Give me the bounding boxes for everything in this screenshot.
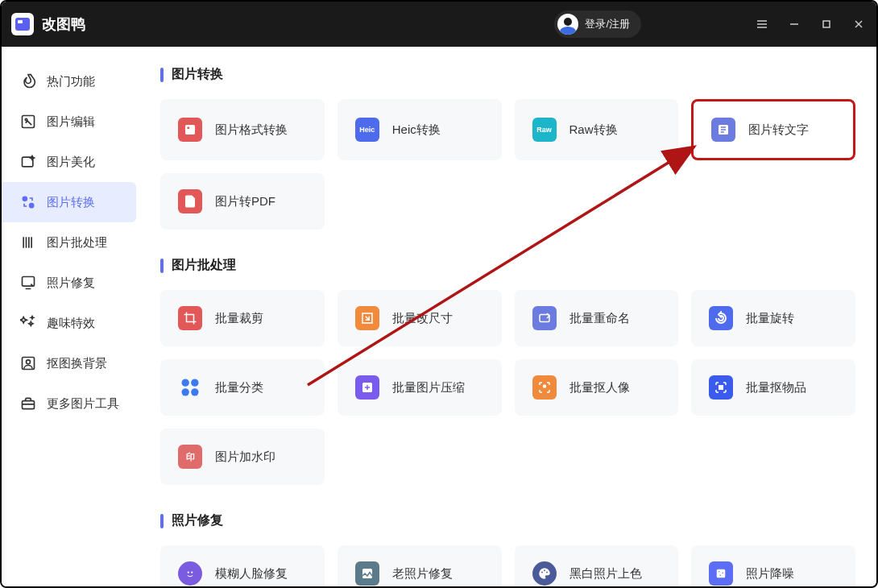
sidebar: 热门功能 图片编辑 图片美化 图片转换 图片批处理 照片修复 趣味特效 抠图换 (2, 47, 143, 586)
watermark-icon: 印 (178, 445, 202, 469)
card-batch-compress[interactable]: 批量图片压缩 (338, 359, 502, 416)
svg-point-33 (546, 572, 548, 574)
face-icon (178, 561, 202, 586)
card-heic-convert[interactable]: Heic Heic转换 (338, 99, 502, 160)
card-batch-rename[interactable]: 批量重命名 (515, 290, 679, 346)
svg-point-31 (541, 572, 543, 574)
svg-point-32 (544, 569, 545, 571)
svg-point-23 (182, 388, 189, 395)
section-header-convert: 图片转换 (160, 66, 855, 83)
svg-rect-34 (717, 569, 726, 578)
rename-icon (532, 306, 557, 330)
cutout-icon (19, 354, 37, 372)
svg-rect-20 (540, 315, 549, 322)
section-header-repair: 照片修复 (160, 512, 855, 529)
login-label: 登录/注册 (585, 17, 630, 31)
svg-point-21 (182, 379, 189, 387)
svg-point-17 (187, 126, 189, 129)
svg-rect-4 (823, 21, 830, 27)
batch-icon (19, 234, 37, 251)
old-photo-icon (355, 561, 379, 586)
card-batch-cutout-object[interactable]: 批量抠物品 (691, 359, 855, 416)
sidebar-item-repair[interactable]: 照片修复 (2, 263, 136, 303)
close-button[interactable] (851, 16, 867, 32)
sidebar-item-effects[interactable]: 趣味特效 (2, 303, 136, 343)
sidebar-item-label: 图片批处理 (47, 235, 107, 251)
sidebar-item-label: 图片美化 (47, 155, 95, 170)
sidebar-item-more[interactable]: 更多图片工具 (2, 383, 136, 424)
card-batch-crop[interactable]: 批量裁剪 (160, 290, 325, 346)
format-icon (178, 118, 202, 142)
sidebar-item-label: 更多图片工具 (47, 396, 119, 412)
sidebar-item-cutout[interactable]: 抠图换背景 (2, 343, 136, 383)
app-title: 改图鸭 (42, 14, 85, 34)
svg-point-24 (191, 388, 198, 395)
classify-icon (178, 375, 202, 400)
crop-icon (178, 306, 202, 330)
svg-rect-16 (185, 125, 195, 135)
sparkle-image-icon (19, 153, 37, 171)
card-denoise[interactable]: 照片降噪 (691, 545, 855, 586)
person-cutout-icon (532, 375, 557, 400)
card-batch-classify[interactable]: 批量分类 (160, 359, 325, 416)
sidebar-item-label: 图片编辑 (47, 114, 95, 130)
resize-icon (355, 306, 379, 330)
menu-icon[interactable] (754, 16, 770, 32)
card-face-repair[interactable]: 模糊人脸修复 (160, 545, 325, 586)
maximize-button[interactable] (818, 16, 835, 32)
effects-icon (19, 314, 37, 332)
svg-point-26 (543, 385, 545, 387)
svg-point-29 (191, 571, 193, 573)
palette-icon (532, 561, 557, 586)
sidebar-item-label: 趣味特效 (47, 316, 95, 331)
heic-icon: Heic (355, 118, 379, 142)
raw-icon: Raw (532, 118, 557, 142)
rotate-icon (709, 306, 733, 330)
sidebar-item-hot[interactable]: 热门功能 (2, 61, 136, 101)
avatar-icon (557, 14, 578, 35)
sidebar-item-edit[interactable]: 图片编辑 (2, 101, 136, 142)
denoise-icon (709, 561, 733, 586)
sidebar-item-label: 抠图换背景 (47, 356, 107, 371)
object-cutout-icon (709, 375, 733, 400)
svg-point-8 (25, 118, 27, 121)
svg-point-36 (723, 573, 724, 574)
sidebar-item-label: 图片转换 (47, 195, 95, 210)
section-header-batch: 图片批处理 (160, 257, 855, 274)
svg-point-35 (719, 571, 720, 573)
repair-icon (19, 274, 37, 292)
card-batch-resize[interactable]: 批量改尺寸 (338, 290, 502, 346)
image-edit-icon (19, 113, 37, 130)
card-raw-convert[interactable]: Raw Raw转换 (515, 99, 679, 160)
minimize-button[interactable] (786, 16, 802, 32)
ocr-icon (711, 118, 735, 142)
svg-point-10 (23, 197, 28, 202)
card-image-to-text[interactable]: 图片转文字 (691, 99, 855, 160)
sidebar-item-label: 热门功能 (47, 74, 95, 89)
login-button[interactable]: 登录/注册 (554, 10, 641, 38)
card-old-photo-repair[interactable]: 老照片修复 (338, 545, 502, 586)
card-batch-cutout-person[interactable]: 批量抠人像 (515, 359, 679, 416)
compress-icon (355, 375, 379, 400)
card-image-to-pdf[interactable]: 图片转PDF (160, 173, 325, 230)
svg-point-14 (27, 360, 31, 364)
app-logo (11, 13, 34, 35)
toolbox-icon (19, 395, 37, 412)
titlebar: 改图鸭 登录/注册 (2, 2, 876, 47)
sidebar-item-batch[interactable]: 图片批处理 (2, 222, 136, 263)
card-format-convert[interactable]: 图片格式转换 (160, 99, 325, 160)
card-colorize[interactable]: 黑白照片上色 (515, 545, 679, 586)
card-batch-rotate[interactable]: 批量旋转 (691, 290, 855, 346)
flame-icon (19, 72, 37, 90)
sidebar-item-beautify[interactable]: 图片美化 (2, 142, 136, 182)
card-watermark[interactable]: 印 图片加水印 (160, 429, 325, 485)
svg-point-37 (720, 575, 722, 577)
svg-point-22 (191, 379, 198, 387)
sidebar-item-convert[interactable]: 图片转换 (2, 182, 136, 222)
main-content: 图片转换 图片格式转换 Heic Heic转换 Raw Raw转换 图片转文字 … (143, 47, 876, 586)
sidebar-item-label: 照片修复 (47, 275, 95, 291)
convert-icon (19, 193, 37, 211)
svg-rect-27 (719, 386, 723, 390)
svg-point-11 (29, 203, 35, 209)
svg-point-28 (188, 571, 189, 573)
